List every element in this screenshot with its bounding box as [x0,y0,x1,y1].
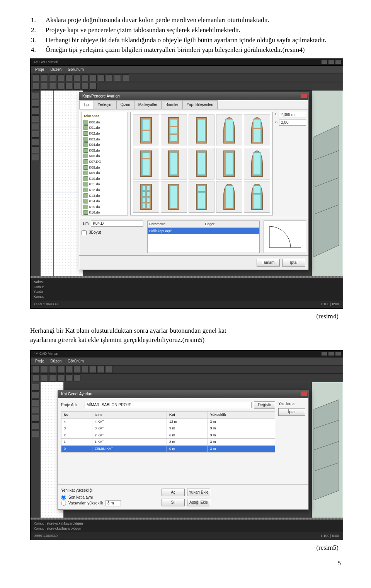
floor-row[interactable]: 11.KAT3 m3 m [61,439,275,446]
toolbar-button[interactable] [65,374,72,381]
tool-button[interactable] [32,123,39,130]
default-height-radio[interactable] [61,501,66,506]
toolbar-button[interactable] [73,74,80,81]
door-thumb[interactable] [216,115,242,146]
door-thumb[interactable] [161,148,187,179]
toolbar-button[interactable] [57,366,64,373]
value-row-selected[interactable] [204,228,260,234]
close-icon[interactable] [301,94,307,98]
tool-button[interactable] [32,415,39,422]
th-height[interactable]: Yükseklik [208,411,275,418]
default-height-field[interactable]: 3 m [106,500,121,506]
door-thumb[interactable] [189,148,215,179]
floor-row[interactable]: 0ZEMİN KAT0 m3 m [61,445,275,452]
toolbar-button[interactable] [106,74,113,81]
add-below-button[interactable]: Aşağı Ekle [187,499,210,506]
door-file-item[interactable]: K02.do [83,131,126,137]
param-row-selected[interactable]: Birlik kapı açık [148,228,204,234]
tool-button[interactable] [32,154,39,161]
door-file-item[interactable]: K07.DO [83,159,126,165]
toolbar-button[interactable] [57,74,64,81]
tab-type[interactable]: Tipi [79,100,94,109]
toolbar-button[interactable] [73,83,80,90]
prop-A-value[interactable]: 2,00 [279,120,306,126]
door-thumb[interactable] [133,115,159,146]
toolbar-button[interactable] [98,74,105,81]
tab-placement[interactable]: Yerleşim [94,100,117,109]
door-thumb[interactable] [133,148,159,179]
maximize-icon[interactable] [328,352,334,356]
ok-button[interactable]: Tamam [257,259,280,267]
toolbar-button[interactable] [41,74,48,81]
tool-button[interactable] [32,146,39,153]
toolbar-button[interactable] [82,366,88,373]
toolbar-button[interactable] [41,83,48,90]
door-file-item[interactable]: K04.do [83,142,126,148]
door-file-item[interactable]: K10.do [83,176,126,182]
toolbar-button[interactable] [106,366,113,373]
th-level[interactable]: Kot [167,411,208,418]
door-file-item[interactable]: K08.do [83,165,126,171]
tool-button[interactable] [32,430,39,437]
close-icon[interactable] [335,60,341,64]
prop-L-value[interactable]: 2,099 m [279,112,306,118]
toolbar-button[interactable] [33,366,40,373]
floor-row[interactable]: 22.KAT6 m3 m [61,432,275,439]
delete-button[interactable]: Sil [162,499,185,506]
toolbar-button[interactable] [90,74,97,81]
toolbar-button[interactable] [65,74,72,81]
door-file-item[interactable]: K12.do [83,187,126,193]
toolbar-button[interactable] [33,83,40,90]
toolbar-button[interactable] [49,374,56,381]
tool-button[interactable] [32,399,39,406]
tool-button[interactable] [32,92,39,99]
minimize-icon[interactable] [321,60,327,64]
door-thumb[interactable] [189,115,215,146]
door-thumb[interactable] [244,181,270,213]
tool-button[interactable] [32,131,39,138]
menu-item[interactable]: Düzen [50,67,61,72]
tool-button[interactable] [32,407,39,414]
tool-button[interactable] [32,391,39,398]
toolbar-button[interactable] [82,74,88,81]
tool-button[interactable] [32,100,39,107]
tab-drawing[interactable]: Çizim [116,100,134,109]
toolbar-button[interactable] [65,366,72,373]
same-as-last-radio[interactable] [61,495,66,500]
menu-item[interactable]: Görünüm [68,359,84,364]
tool-button[interactable] [32,422,39,429]
door-thumb[interactable] [133,181,159,213]
door-thumb[interactable] [244,148,270,179]
plan-view[interactable] [41,91,83,276]
toolbar-button[interactable] [65,83,72,90]
toolbar-button[interactable] [41,366,48,373]
door-file-item[interactable]: K11.do [83,181,126,187]
toolbar-button[interactable] [49,83,56,90]
menu-item[interactable]: Proje [35,359,44,364]
door-thumb[interactable] [161,115,187,146]
minimize-icon[interactable] [321,352,327,356]
th-no[interactable]: No [61,411,92,418]
menu-item[interactable]: Proje [35,67,44,72]
toolbar-button[interactable] [98,366,105,373]
add-above-button[interactable]: Yukarı Ekle [187,489,210,496]
name-field[interactable]: K04.D [91,220,143,227]
door-file-tree[interactable]: TekKanat K00.doK01.doK02.doK03.doK04.doK… [82,112,128,215]
tool-button[interactable] [32,108,39,115]
toolbar-button[interactable] [41,374,48,381]
toolbar-button[interactable] [114,74,121,81]
tool-button[interactable] [32,138,39,145]
toolbar-button[interactable] [73,374,80,381]
maximize-icon[interactable] [328,60,334,64]
open-button[interactable]: Aç [162,489,185,496]
3d-checkbox[interactable] [82,230,87,235]
th-name[interactable]: İsim [92,411,167,418]
tab-components[interactable]: Yapı Bileşenleri [182,100,218,109]
door-file-item[interactable]: K06.do [83,153,126,159]
door-file-item[interactable]: K15.do [83,204,126,210]
door-file-item[interactable]: K09.do [83,170,126,176]
door-thumb[interactable] [216,181,242,213]
toolbar-button[interactable] [90,366,97,373]
door-thumb[interactable] [161,181,187,213]
change-button[interactable]: Değiştir [254,401,275,409]
